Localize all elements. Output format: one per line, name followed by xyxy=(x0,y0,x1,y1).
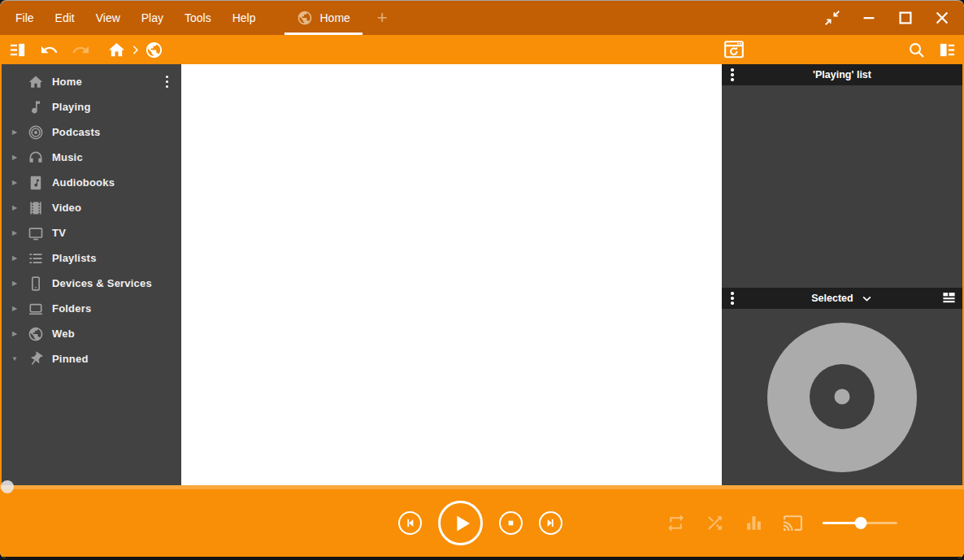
device-icon xyxy=(28,276,44,292)
kebab-menu-icon[interactable] xyxy=(729,67,736,83)
playing-list-body xyxy=(722,85,962,288)
expand-arrow-icon[interactable]: ▶ xyxy=(8,305,21,312)
podcast-icon xyxy=(28,124,44,141)
expand-arrow-icon[interactable]: ▶ xyxy=(8,154,21,161)
sidebar-item-devices-services[interactable]: ▶ Devices & Services xyxy=(2,271,181,296)
selected-panel: Selected xyxy=(722,288,962,485)
player-bar xyxy=(0,485,964,557)
menu-view[interactable]: View xyxy=(85,1,131,35)
sidebar-item-pinned[interactable]: ▼ Pinned xyxy=(2,346,181,371)
selected-panel-title: Selected xyxy=(811,293,853,304)
shuffle-icon[interactable] xyxy=(705,513,725,533)
sidebar-item-music[interactable]: ▶ Music xyxy=(2,145,181,170)
volume-track[interactable] xyxy=(823,522,897,524)
tab-home-label: Home xyxy=(320,11,350,24)
chevron-down-icon[interactable] xyxy=(861,293,873,305)
expand-arrow-icon[interactable]: ▶ xyxy=(8,128,21,136)
sidebar-item-label: Music xyxy=(52,151,83,163)
list-view-icon[interactable] xyxy=(941,291,957,305)
play-button[interactable] xyxy=(438,501,483,545)
sidebar-item-home[interactable]: Home xyxy=(2,69,181,94)
expand-arrow-icon[interactable]: ▶ xyxy=(8,330,21,337)
home-breadcrumb-icon[interactable] xyxy=(107,41,126,59)
menu-file[interactable]: File xyxy=(5,1,45,35)
stop-button[interactable] xyxy=(499,511,523,535)
previous-button[interactable] xyxy=(398,511,422,535)
globe-icon xyxy=(297,10,313,26)
transport-controls xyxy=(398,489,562,557)
redo-icon[interactable] xyxy=(72,41,90,59)
home-icon xyxy=(28,74,44,90)
window-bottom-edge xyxy=(0,557,964,558)
refresh-window-icon[interactable] xyxy=(723,39,745,60)
volume-slider[interactable] xyxy=(823,489,897,557)
mediamonkey-window: File Edit View Play Tools Help Home + xyxy=(0,0,964,558)
playlist-icon xyxy=(28,250,44,267)
sidebar-item-label: Audiobooks xyxy=(52,176,115,189)
audiobook-icon xyxy=(28,175,44,191)
menu-play[interactable]: Play xyxy=(131,1,174,35)
film-icon xyxy=(28,200,44,216)
sidebar-item-folders[interactable]: ▶ Folders xyxy=(2,296,181,321)
playing-panel: 'Playing' list xyxy=(722,64,962,288)
next-button[interactable] xyxy=(539,511,562,535)
menu-tools[interactable]: Tools xyxy=(174,1,222,35)
folder-icon xyxy=(28,301,44,317)
sidebar-item-playing[interactable]: Playing xyxy=(2,94,181,119)
pin-icon xyxy=(28,351,44,367)
right-panel: 'Playing' list Selected xyxy=(722,64,964,485)
tv-icon xyxy=(28,225,44,241)
chevron-right-icon xyxy=(128,43,142,57)
kebab-menu-icon[interactable] xyxy=(729,290,736,306)
sidebar-item-playlists[interactable]: ▶ Playlists xyxy=(2,245,181,271)
expand-arrow-icon[interactable]: ▶ xyxy=(8,280,21,287)
title-bar: File Edit View Play Tools Help Home + xyxy=(0,1,964,35)
close-icon[interactable] xyxy=(933,9,951,27)
tab-home[interactable]: Home xyxy=(284,1,363,35)
equalizer-icon[interactable] xyxy=(744,513,764,533)
sidebar-item-video[interactable]: ▶ Video xyxy=(2,195,181,220)
window-controls xyxy=(823,1,964,35)
sidebar-item-label: Pinned xyxy=(52,353,89,365)
globe-icon xyxy=(28,326,44,342)
volume-thumb[interactable] xyxy=(854,517,866,529)
expand-arrow-icon[interactable]: ▶ xyxy=(8,254,21,262)
expand-arrow-icon[interactable]: ▶ xyxy=(8,204,21,211)
menu-edit[interactable]: Edit xyxy=(45,1,85,35)
menu-help[interactable]: Help xyxy=(222,1,267,35)
sidebar-item-label: Home xyxy=(52,76,82,88)
selected-panel-body xyxy=(722,309,962,485)
cast-icon[interactable] xyxy=(783,513,803,533)
minimize-icon[interactable] xyxy=(860,9,878,27)
repeat-icon[interactable] xyxy=(666,513,686,533)
sidebar-item-label: Folders xyxy=(52,302,91,315)
expand-arrow-icon[interactable]: ▼ xyxy=(8,355,21,362)
sidebar-item-podcasts[interactable]: ▶ Podcasts xyxy=(2,119,181,145)
navigation-sidebar: Home Playing ▶ Podcasts ▶ Music ▶ Audiob… xyxy=(0,64,181,485)
expand-arrow-icon[interactable]: ▶ xyxy=(8,179,21,186)
undo-icon[interactable] xyxy=(40,41,59,59)
sidebar-item-label: Video xyxy=(52,202,81,214)
sidebar-item-web[interactable]: ▶ Web xyxy=(2,321,181,346)
sidebar-item-audiobooks[interactable]: ▶ Audiobooks xyxy=(2,170,181,195)
music-note-icon xyxy=(28,99,44,115)
sidebar-item-tv[interactable]: ▶ TV xyxy=(2,220,181,245)
content-view xyxy=(181,64,722,485)
maximize-icon[interactable] xyxy=(897,9,914,27)
new-tab-button[interactable]: + xyxy=(369,1,396,35)
selected-panel-header[interactable]: Selected xyxy=(722,288,962,309)
menu-bar: File Edit View Play Tools Help xyxy=(0,1,267,35)
sidebar-item-label: Podcasts xyxy=(52,126,100,138)
seek-thumb[interactable] xyxy=(1,480,14,493)
sidebar-toggle-icon[interactable] xyxy=(8,41,27,59)
layout-panel-icon[interactable] xyxy=(938,41,957,59)
kebab-menu-icon[interactable] xyxy=(164,74,171,90)
sidebar-item-label: TV xyxy=(52,227,66,239)
playing-panel-title: 'Playing' list xyxy=(813,69,871,80)
search-icon[interactable] xyxy=(907,41,926,59)
expand-arrow-icon[interactable]: ▶ xyxy=(8,229,21,237)
playing-panel-header[interactable]: 'Playing' list xyxy=(722,64,962,85)
compact-arrows-icon[interactable] xyxy=(823,9,841,27)
sidebar-item-label: Playlists xyxy=(52,252,97,264)
globe-breadcrumb-icon[interactable] xyxy=(145,41,163,59)
